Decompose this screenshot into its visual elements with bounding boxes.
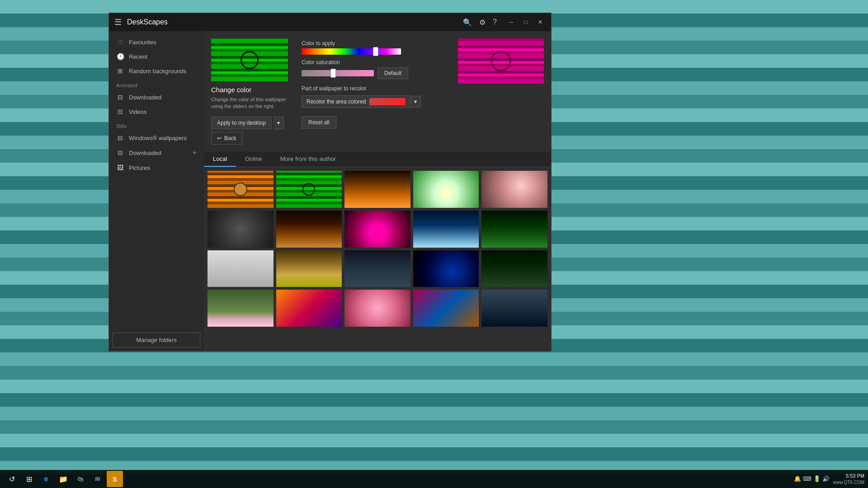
close-button[interactable]: ✕ (535, 17, 546, 28)
part-label: Part of wallpaper to recolor (302, 85, 449, 92)
change-color-title: Change color (211, 86, 292, 94)
recolor-arrow[interactable]: ▾ (410, 96, 421, 108)
tab-online[interactable]: Online (236, 152, 271, 167)
volume-icon[interactable]: 🔊 (822, 475, 830, 482)
preview-circle-overlay (241, 51, 259, 69)
color-slider-rainbow[interactable] (302, 48, 401, 55)
wallpaper-golf (481, 211, 547, 248)
taskbar-icon-start[interactable]: ⊞ (21, 471, 37, 487)
back-button[interactable]: ↩ Back (211, 132, 242, 145)
app-content: ♡ Favourites 🕐 Recent ⊞ Random backgroun… (109, 31, 551, 351)
gallery-item-8[interactable] (344, 211, 410, 248)
app-title: DeskScapes (127, 18, 463, 26)
color-saturation-row: Color saturation Default (302, 59, 449, 79)
apply-to-desktop-button[interactable]: Apply to my desktop (211, 117, 272, 129)
gallery-item-15[interactable] (481, 250, 547, 287)
gallery-item-9[interactable] (413, 211, 479, 248)
gallery-item-3[interactable] (344, 171, 410, 208)
tab-more-from-author[interactable]: More from this author (271, 152, 345, 167)
taskbar-icon-mail[interactable]: ✉ (90, 471, 106, 487)
gallery-item-14[interactable] (413, 250, 479, 287)
taskbar-icon-edge[interactable]: e (38, 471, 54, 487)
sidebar-item-videos[interactable]: ⊟ Videos (109, 104, 204, 119)
sidebar-label-videos: Videos (129, 108, 147, 115)
wallpaper-space (413, 250, 479, 287)
top-section: Change color Change the color of this wa… (204, 31, 551, 152)
gallery-item-13[interactable] (344, 250, 410, 287)
saturation-slider-thumb[interactable] (330, 69, 336, 78)
left-preview-area: Change color Change the color of this wa… (211, 38, 292, 145)
sidebar-label-random: Random backgrounds (129, 68, 186, 75)
videos-icon: ⊟ (116, 108, 124, 115)
taskbar-url: www.QT6.COM (833, 479, 864, 485)
gallery-item-20[interactable] (481, 290, 547, 327)
wallpaper-orange-stripes (208, 171, 274, 208)
recent-icon: 🕐 (116, 53, 124, 60)
search-icon[interactable]: 🔍 (463, 18, 472, 27)
add-downloaded-icon[interactable]: + (193, 149, 197, 157)
battery-icon[interactable]: 🔋 (813, 475, 821, 482)
preview-thumbnail-green (211, 38, 288, 81)
gallery-item-7[interactable] (276, 211, 342, 248)
gallery-item-17[interactable] (276, 290, 342, 327)
gallery-item-2[interactable] (276, 171, 342, 208)
taskbar-icon-store[interactable]: 🛍 (72, 471, 89, 487)
taskbar-right: 🔔 ⌨ 🔋 🔊 5:53 PM www.QT6.COM (794, 473, 864, 485)
settings-icon[interactable]: ⚙ (479, 18, 486, 27)
taskbar: ↺ ⊞ e 📁 🛍 ✉ S 🔔 ⌨ 🔋 🔊 5:53 PM www.QT6.CO… (0, 470, 868, 488)
change-color-desc: Change the color of this wallpaper using… (211, 96, 292, 110)
gallery-item-6[interactable] (208, 211, 274, 248)
gallery-item-1[interactable] (208, 171, 274, 208)
taskbar-icon-back[interactable]: ↺ (4, 471, 20, 487)
green-stripes-preview (211, 38, 288, 81)
keyboard-icon[interactable]: ⌨ (803, 475, 811, 482)
apply-dropdown-button[interactable]: ▾ (274, 117, 284, 129)
titlebar: ☰ DeskScapes 🔍 ⚙ ? ─ □ ✕ (109, 13, 551, 31)
sidebar-item-downloaded2[interactable]: ⊟ Downloaded + (109, 145, 204, 160)
gallery-item-5[interactable] (481, 171, 547, 208)
sidebar-item-favourites[interactable]: ♡ Favourites (109, 35, 204, 49)
wallpaper-sunset (344, 171, 410, 208)
tab-local[interactable]: Local (204, 152, 236, 167)
sidebar-item-pictures[interactable]: 🖼 Pictures (109, 160, 204, 175)
gallery-item-10[interactable] (481, 211, 547, 248)
default-button[interactable]: Default (377, 67, 408, 79)
sidebar-item-windows[interactable]: ⊟ Windows® wallpapers (109, 131, 204, 145)
taskbar-time-display: 5:53 PM (833, 473, 864, 479)
taskbar-sys-icons: 🔔 ⌨ 🔋 🔊 (794, 475, 830, 482)
recolor-dropdown[interactable]: Recolor the area colored ▾ (302, 95, 449, 108)
color-slider-thumb[interactable] (373, 47, 378, 56)
pictures-icon: 🖼 (116, 164, 124, 171)
wallpaper-green-stripes (276, 171, 342, 208)
gallery-item-16[interactable] (208, 290, 274, 327)
maximize-button[interactable]: □ (520, 17, 531, 28)
sidebar-item-random[interactable]: ⊞ Random backgrounds (109, 64, 204, 78)
color-slider-container (302, 48, 449, 55)
help-icon[interactable]: ? (493, 18, 497, 26)
circle-overlay-green (302, 183, 315, 196)
sidebar-label-downloaded1: Downloaded (129, 94, 161, 101)
wallpaper-wheat (276, 250, 342, 287)
menu-icon[interactable]: ☰ (114, 17, 122, 27)
minimize-button[interactable]: ─ (506, 17, 517, 28)
gallery-item-12[interactable] (276, 250, 342, 287)
part-recolor-row: Part of wallpaper to recolor Recolor the… (302, 84, 449, 108)
saturation-slider[interactable] (302, 70, 374, 76)
reset-all-button[interactable]: Reset all (302, 116, 336, 129)
gallery-item-18[interactable] (344, 290, 410, 327)
notification-icon[interactable]: 🔔 (794, 475, 801, 482)
taskbar-icon-s5[interactable]: S (107, 471, 123, 487)
gallery-item-11[interactable] (208, 250, 274, 287)
wallpaper-flowers-partial (208, 290, 274, 327)
wallpaper-island (413, 211, 479, 248)
window-controls: ─ □ ✕ (506, 17, 546, 28)
taskbar-icon-explorer[interactable]: 📁 (55, 471, 71, 487)
gallery-item-4[interactable] (413, 171, 479, 208)
sidebar-label-favourites: Favourites (129, 39, 156, 46)
recolor-color-swatch (369, 98, 406, 105)
sidebar-item-recent[interactable]: 🕐 Recent (109, 49, 204, 64)
preview-thumbnail-pink (458, 38, 544, 84)
gallery-item-19[interactable] (413, 290, 479, 327)
sidebar-item-downloaded1[interactable]: ⊟ Downloaded (109, 90, 204, 104)
manage-folders-button[interactable]: Manage folders (113, 333, 200, 347)
